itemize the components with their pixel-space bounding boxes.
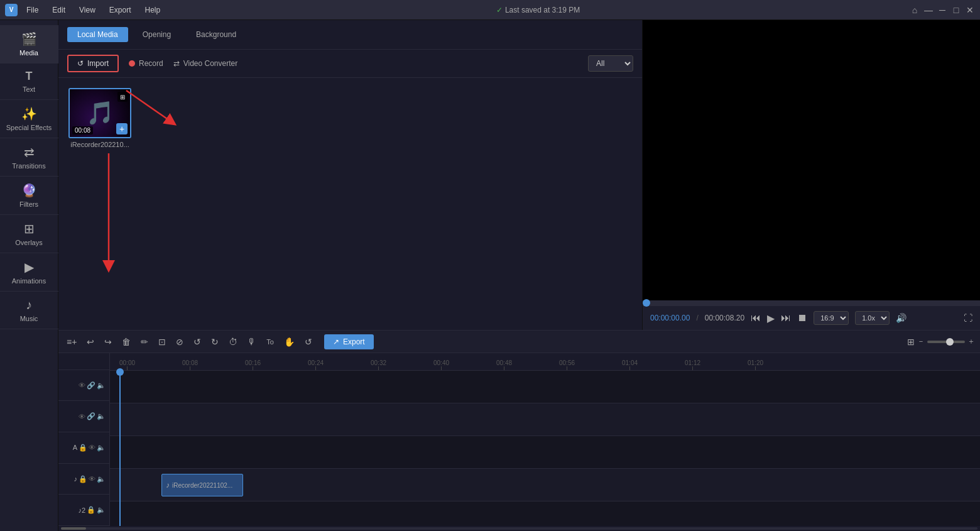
time-separator: / bbox=[696, 314, 698, 322]
record-button[interactable]: Record bbox=[129, 59, 163, 68]
menu-help[interactable]: Help bbox=[139, 3, 167, 17]
duration-button[interactable]: ⏱ bbox=[226, 335, 241, 349]
eye-icon-1[interactable]: 👁 bbox=[79, 381, 85, 389]
minimize-button[interactable]: ─ bbox=[937, 5, 947, 15]
track-row-3[interactable] bbox=[110, 436, 980, 469]
preview-progress-bar[interactable] bbox=[643, 300, 980, 305]
sidebar-item-text[interactable]: T Text bbox=[0, 63, 58, 100]
volume-button[interactable]: 🔊 bbox=[896, 313, 906, 323]
delete-button[interactable]: 🗑 bbox=[119, 335, 134, 349]
sidebar-item-music[interactable]: ♪ Music bbox=[0, 292, 58, 329]
music-icon: ♪ bbox=[26, 298, 32, 312]
timeline-scrollbar[interactable] bbox=[58, 526, 980, 531]
ruler-spacer bbox=[58, 353, 109, 370]
add-track-button[interactable]: ≡+ bbox=[63, 335, 80, 349]
playback-speed-select[interactable]: 1.0x 0.5x 2.0x bbox=[855, 311, 890, 325]
menu-file[interactable]: File bbox=[20, 3, 45, 17]
t4-vol-icon[interactable]: 🔈 bbox=[97, 475, 106, 483]
window-controls: ⌂ — ─ □ ✕ bbox=[910, 5, 975, 15]
media-item[interactable]: 🎵 00:08 ⊞ + iRecorder202210... bbox=[68, 88, 131, 148]
magic-button[interactable]: ↺ bbox=[302, 335, 315, 349]
crop-button[interactable]: ⊡ bbox=[155, 335, 169, 349]
track-row-4[interactable]: ♪ iRecorder20221102... bbox=[110, 469, 980, 501]
t1-eye-icon[interactable]: 👁 bbox=[89, 444, 95, 451]
scrollbar-track[interactable] bbox=[61, 527, 977, 530]
redo-button[interactable]: ↪ bbox=[101, 335, 115, 349]
sidebar-item-transitions[interactable]: ⇄ Transitions bbox=[0, 138, 58, 177]
timeline-cursor[interactable] bbox=[119, 371, 121, 526]
add-to-timeline-button[interactable]: + bbox=[116, 123, 128, 134]
t4-lock-icon[interactable]: 🔒 bbox=[79, 475, 87, 483]
music-note-icon: 🎵 bbox=[86, 100, 114, 126]
t5-lock-icon[interactable]: 🔒 bbox=[87, 506, 95, 514]
lock-icon-1[interactable]: 🔗 bbox=[87, 381, 95, 390]
play-forward-button[interactable]: ⏭ bbox=[781, 312, 791, 324]
ruler-tick-6: 00:48 bbox=[496, 359, 512, 370]
to-button[interactable]: To bbox=[263, 336, 277, 348]
voiceover-button[interactable]: 🎙 bbox=[244, 335, 259, 349]
menu-view[interactable]: View bbox=[73, 3, 102, 17]
track-row-5[interactable] bbox=[110, 501, 980, 526]
volume-icon-1[interactable]: 🔈 bbox=[97, 381, 106, 390]
undo-button[interactable]: ↩ bbox=[84, 335, 97, 349]
sidebar-item-special-effects[interactable]: ✨ Special Effects bbox=[0, 100, 58, 138]
rotate-left-button[interactable]: ↺ bbox=[190, 335, 204, 349]
rotate-right-button[interactable]: ↻ bbox=[208, 335, 222, 349]
tab-local-media[interactable]: Local Media bbox=[67, 27, 128, 42]
play-button[interactable]: ▶ bbox=[767, 312, 775, 324]
zoom-plus-button[interactable]: ＋ bbox=[967, 336, 975, 347]
stop-button[interactable]: ⏹ bbox=[797, 312, 807, 324]
import-button[interactable]: ↺ Import bbox=[67, 55, 119, 72]
sidebar-item-filters[interactable]: 🔮 Filters bbox=[0, 177, 58, 215]
fullscreen-button[interactable]: ⛶ bbox=[964, 313, 972, 323]
scrollbar-thumb[interactable] bbox=[61, 527, 86, 530]
media-filter-select[interactable]: All Video Audio Image bbox=[588, 55, 633, 72]
edit-button[interactable]: ✏ bbox=[138, 335, 151, 349]
t4-eye-icon[interactable]: 👁 bbox=[89, 475, 95, 483]
zoom-controls: ⊞ － ＋ bbox=[907, 336, 975, 347]
split-button[interactable]: ⊘ bbox=[173, 335, 187, 349]
animations-icon: ▶ bbox=[24, 260, 34, 275]
zoom-minus-button[interactable]: － bbox=[917, 336, 925, 347]
tab-background[interactable]: Background bbox=[185, 26, 247, 43]
maximize-button[interactable]: □ bbox=[951, 5, 961, 15]
play-back-button[interactable]: ⏮ bbox=[751, 312, 761, 324]
ruler-tick-3: 00:24 bbox=[308, 359, 324, 370]
eye-icon-2[interactable]: 👁 bbox=[79, 413, 85, 420]
tab-opening[interactable]: Opening bbox=[132, 26, 182, 43]
aspect-ratio-select[interactable]: 16:9 4:3 1:1 bbox=[814, 311, 849, 325]
volume-icon-2[interactable]: 🔈 bbox=[97, 412, 106, 420]
sidebar-item-animations[interactable]: ▶ Animations bbox=[0, 253, 58, 292]
check-icon: ✓ bbox=[496, 6, 503, 14]
t1-vol-icon[interactable]: 🔈 bbox=[97, 444, 106, 452]
lock-icon-2[interactable]: 🔗 bbox=[87, 412, 95, 420]
sidebar-item-media[interactable]: 🎬 Media bbox=[0, 25, 58, 63]
sidebar-item-overlays[interactable]: ⊞ Overlays bbox=[0, 215, 58, 253]
timeline-tracks[interactable]: 00:00 00:08 00:16 00:24 00:32 00:40 00:4… bbox=[110, 353, 980, 526]
hand-button[interactable]: ✋ bbox=[281, 335, 298, 349]
minimize-to-tray-button[interactable]: — bbox=[923, 5, 934, 15]
media-grid: 🎵 00:08 ⊞ + iRecorder202210... bbox=[58, 78, 642, 330]
text-icon: T bbox=[26, 70, 33, 83]
filters-icon: 🔮 bbox=[21, 183, 37, 198]
ruler-tick-7: 00:56 bbox=[559, 359, 575, 370]
preview-controls: 00:00:00.00 / 00:00:08.20 ⏮ ▶ ⏭ ⏹ 16:9 4… bbox=[643, 305, 980, 330]
zoom-slider[interactable] bbox=[927, 341, 965, 343]
export-button[interactable]: ↗ Export bbox=[324, 334, 374, 349]
t1-lock-icon[interactable]: 🔒 bbox=[79, 444, 87, 452]
annotation-arrows bbox=[58, 78, 642, 330]
audio-clip[interactable]: ♪ iRecorder20221102... bbox=[161, 474, 243, 496]
media-icon: 🎬 bbox=[21, 31, 37, 47]
ruler-tick-8: 01:04 bbox=[622, 359, 638, 370]
video-converter-button[interactable]: ⇄ Video Converter bbox=[173, 59, 238, 68]
t5-vol-icon[interactable]: 🔈 bbox=[97, 506, 106, 514]
menu-edit[interactable]: Edit bbox=[46, 3, 72, 17]
thumb-corner-icon: ⊞ bbox=[117, 92, 128, 102]
preview-screen bbox=[643, 20, 980, 300]
menu-export[interactable]: Export bbox=[103, 3, 138, 17]
home-button[interactable]: ⌂ bbox=[910, 5, 920, 15]
close-button[interactable]: ✕ bbox=[965, 5, 975, 15]
media-item-label: iRecorder202210... bbox=[70, 141, 129, 148]
track-row-1[interactable] bbox=[110, 371, 980, 403]
track-row-2[interactable] bbox=[110, 403, 980, 436]
